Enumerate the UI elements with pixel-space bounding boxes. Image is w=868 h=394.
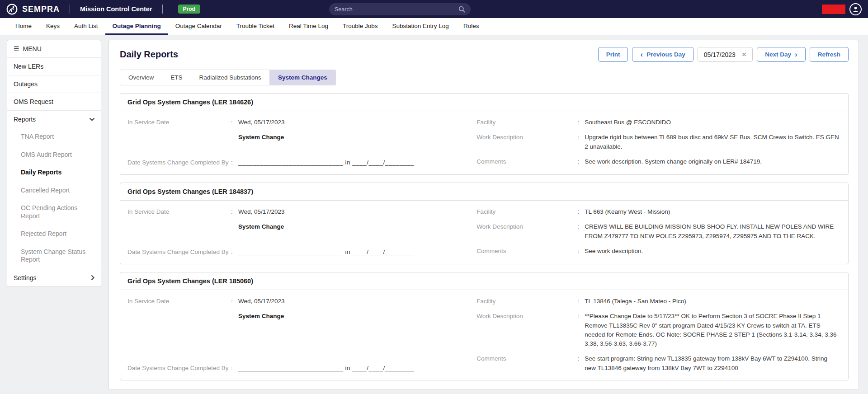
in-service-date-label: In Service Date <box>127 118 231 127</box>
global-search[interactable] <box>329 3 471 15</box>
in-service-date-value: Wed, 05/17/2023 <box>238 118 285 127</box>
app-title: Mission Control Center <box>80 5 152 13</box>
nav-item-home[interactable]: Home <box>8 18 39 35</box>
tab-system-changes[interactable]: System Changes <box>269 70 336 85</box>
comments-label: Comments <box>476 157 577 166</box>
next-day-button[interactable]: Next Day › <box>757 47 805 62</box>
next-day-label: Next Day <box>765 51 791 58</box>
colon: : <box>577 133 585 151</box>
sidebar-item-system-change-status-report[interactable]: System Change Status Report <box>7 243 101 269</box>
system-change-card: Grid Ops System Changes (LER 184626) In … <box>120 93 849 175</box>
card-title: Grid Ops System Changes (LER 184626) <box>120 94 848 111</box>
daily-reports-panel: Daily Reports Print ‹ Previous Day 05/17… <box>108 40 859 390</box>
facility-value: Southeast Bus @ ESCONDIDO <box>585 118 671 127</box>
chevron-right-icon: › <box>795 51 797 58</box>
report-date-picker[interactable]: 05/17/2023 ✕ <box>698 47 753 62</box>
tab-overview[interactable]: Overview <box>120 70 162 85</box>
nav-item-trouble-ticket[interactable]: Trouble Ticket <box>229 18 282 35</box>
sidebar-item-oms-request[interactable]: OMS Request <box>7 93 101 110</box>
facility-value: TL 13846 (Talega - San Mateo - Pico) <box>585 297 686 306</box>
nav-item-real-time-log[interactable]: Real Time Log <box>282 18 335 35</box>
previous-day-button[interactable]: ‹ Previous Day <box>632 47 693 62</box>
user-avatar-icon[interactable] <box>849 3 862 15</box>
previous-day-label: Previous Day <box>646 51 685 58</box>
system-change-label: System Change <box>238 312 284 321</box>
colon: : <box>577 247 585 256</box>
primary-nav: Home Keys Auth List Outage Planning Outa… <box>0 18 868 35</box>
sidebar-item-tna-report[interactable]: TNA Report <box>7 128 101 146</box>
in-service-date-label: In Service Date <box>127 207 231 216</box>
print-button[interactable]: Print <box>598 47 628 62</box>
chevron-right-icon <box>91 275 94 280</box>
completed-by-blank: _____________________________ in ____/__… <box>238 364 414 373</box>
nav-item-auth-list[interactable]: Auth List <box>67 18 105 35</box>
completed-by-blank: _____________________________ in ____/__… <box>238 248 414 257</box>
red-flag-banner <box>822 5 845 14</box>
work-description-value: Upgrade rigid bus between TL689 bus disc… <box>585 133 840 151</box>
comments-value: See work description. System change orig… <box>585 157 762 166</box>
sidebar-item-daily-reports[interactable]: Daily Reports <box>7 164 101 182</box>
nav-item-outage-planning[interactable]: Outage Planning <box>105 18 168 35</box>
search-input[interactable] <box>335 6 458 13</box>
colon: : <box>231 158 238 167</box>
sempra-logo-icon <box>6 4 18 15</box>
colon: : <box>231 118 238 127</box>
page-title: Daily Reports <box>120 49 178 60</box>
system-change-label: System Change <box>238 133 284 142</box>
sidebar-item-label: New LERs <box>14 63 43 70</box>
comments-value: See work description. <box>585 247 643 256</box>
card-title: Grid Ops System Changes (LER 184837) <box>120 183 848 201</box>
colon: : <box>577 118 585 127</box>
sidebar-item-cancelled-report[interactable]: Cancelled Report <box>7 182 101 200</box>
environment-badge: Prod <box>178 5 200 14</box>
system-change-label: System Change <box>238 222 284 231</box>
system-change-card: Grid Ops System Changes (LER 184837) In … <box>120 183 849 264</box>
clear-date-icon[interactable]: ✕ <box>742 51 746 58</box>
facility-label: Facility <box>476 297 577 306</box>
sidebar-item-label: Outages <box>14 80 38 88</box>
work-description-value: CREWS WILL BE BUILDING MISSION SUB SHOO … <box>585 222 840 241</box>
search-icon[interactable] <box>458 6 465 13</box>
comments-value: See start program: String new TL13835 ga… <box>585 354 840 373</box>
completed-by-label: Date Systems Change Completed By <box>127 158 231 167</box>
nav-item-outage-calendar[interactable]: Outage Calendar <box>168 18 229 35</box>
print-label: Print <box>606 51 620 58</box>
colon: : <box>577 222 585 241</box>
hamburger-icon: ☰ <box>14 45 19 52</box>
header-divider <box>70 5 70 14</box>
in-service-date-value: Wed, 05/17/2023 <box>238 207 285 216</box>
colon: : <box>231 364 238 373</box>
nav-item-keys[interactable]: Keys <box>39 18 67 35</box>
tab-ets[interactable]: ETS <box>162 70 191 85</box>
card-title: Grid Ops System Changes (LER 185060) <box>120 272 848 290</box>
colon: : <box>577 157 585 166</box>
sidebar-item-reports[interactable]: Reports <box>7 110 101 128</box>
sidebar-item-oms-audit-report[interactable]: OMS Audit Report <box>7 146 101 164</box>
comments-label: Comments <box>476 354 577 373</box>
facility-label: Facility <box>476 118 577 127</box>
nav-item-substation-entry-log[interactable]: Substation Entry Log <box>385 18 456 35</box>
sidebar-menu: ☰ MENU New LERs Outages OMS Request Repo… <box>7 40 101 287</box>
sidebar-item-label: OMS Request <box>14 98 53 105</box>
tab-radialized-substations[interactable]: Radialized Substations <box>191 70 270 85</box>
sidebar-item-settings[interactable]: Settings <box>7 269 101 286</box>
refresh-button[interactable]: Refresh <box>810 47 849 62</box>
sidebar-item-oc-pending-actions-report[interactable]: OC Pending Actions Report <box>7 199 101 225</box>
sidebar-item-new-lers[interactable]: New LERs <box>7 57 101 75</box>
completed-by-blank: _____________________________ in ____/__… <box>238 158 414 167</box>
colon: : <box>231 297 238 306</box>
brand: SEMPRA Mission Control Center Prod <box>6 4 200 15</box>
nav-item-trouble-jobs[interactable]: Trouble Jobs <box>335 18 385 35</box>
completed-by-label: Date Systems Change Completed By <box>127 248 231 257</box>
sidebar-item-rejected-report[interactable]: Rejected Report <box>7 225 101 243</box>
nav-item-roles[interactable]: Roles <box>456 18 486 35</box>
app-header: SEMPRA Mission Control Center Prod <box>0 0 868 18</box>
in-service-date-value: Wed, 05/17/2023 <box>238 297 285 306</box>
menu-toggle[interactable]: ☰ MENU <box>7 40 101 57</box>
work-description-value: **Please Change Date to 5/17/23** OK to … <box>585 312 840 348</box>
colon: : <box>577 354 585 373</box>
sidebar-item-outages[interactable]: Outages <box>7 75 101 93</box>
colon: : <box>231 207 238 216</box>
colon: : <box>577 297 585 306</box>
completed-by-label: Date Systems Change Completed By <box>127 364 231 373</box>
